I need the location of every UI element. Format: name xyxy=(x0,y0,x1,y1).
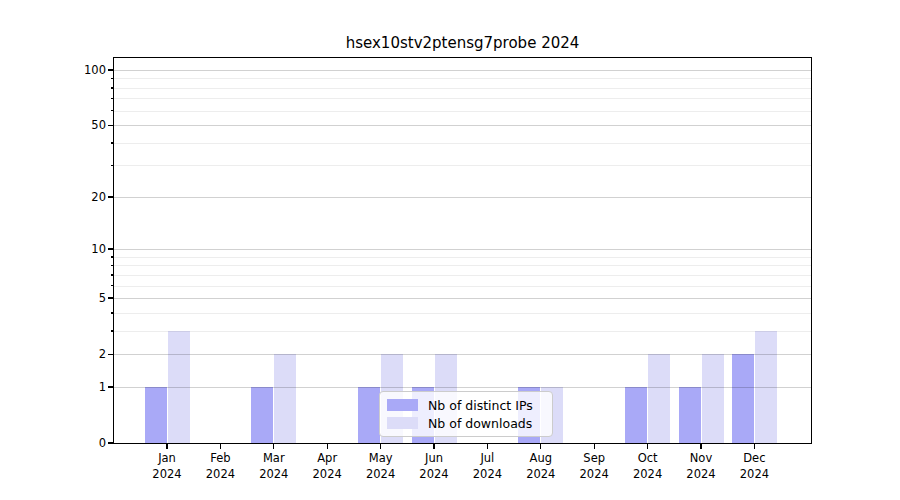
bar-downloads-dec xyxy=(755,331,777,443)
y-tick-label: 100 xyxy=(30,63,106,77)
x-tick xyxy=(327,444,328,449)
x-tick-label-dec: Dec 2024 xyxy=(722,450,786,482)
x-tick xyxy=(380,444,381,449)
x-tick xyxy=(754,444,755,449)
bar-distinct-ips-mar xyxy=(251,387,273,443)
bar-downloads-nov xyxy=(702,354,724,443)
y-tick-label: 2 xyxy=(30,347,106,361)
x-tick xyxy=(220,444,221,449)
y-tick-label: 10 xyxy=(30,242,106,256)
legend: Nb of distinct IPs Nb of downloads xyxy=(379,391,553,437)
y-tick-label: 5 xyxy=(30,291,106,305)
bar-distinct-ips-dec xyxy=(732,354,754,443)
x-tick xyxy=(700,444,701,449)
x-tick xyxy=(540,444,541,449)
bar-distinct-ips-nov xyxy=(679,387,701,443)
bar-distinct-ips-oct xyxy=(625,387,647,443)
bar-distinct-ips-may xyxy=(358,387,380,443)
y-tick-label: 50 xyxy=(30,118,106,132)
legend-swatch-distinct-ips xyxy=(387,399,418,411)
bar-distinct-ips-jan xyxy=(145,387,167,443)
bar-downloads-oct xyxy=(648,354,670,443)
legend-label-distinct-ips: Nb of distinct IPs xyxy=(428,398,533,413)
x-tick xyxy=(647,444,648,449)
plot-area: Nb of distinct IPs Nb of downloads xyxy=(114,58,811,443)
bar-downloads-mar xyxy=(274,354,296,443)
legend-item-distinct-ips: Nb of distinct IPs xyxy=(387,398,545,413)
legend-swatch-downloads xyxy=(387,417,418,429)
x-tick xyxy=(594,444,595,449)
legend-item-downloads: Nb of downloads xyxy=(387,416,545,431)
legend-label-downloads: Nb of downloads xyxy=(428,416,532,431)
y-tick-label: 1 xyxy=(30,380,106,394)
x-tick xyxy=(487,444,488,449)
y-tick-label: 0 xyxy=(30,436,106,450)
x-tick xyxy=(166,444,167,449)
x-tick xyxy=(433,444,434,449)
y-tick-label: 20 xyxy=(30,190,106,204)
figure: hsex10stv2ptensg7probe 2024 Nb of distin… xyxy=(0,0,900,500)
x-tick xyxy=(273,444,274,449)
bars-layer xyxy=(114,58,811,443)
chart-title: hsex10stv2ptensg7probe 2024 xyxy=(114,34,811,52)
bar-downloads-jan xyxy=(168,331,190,443)
